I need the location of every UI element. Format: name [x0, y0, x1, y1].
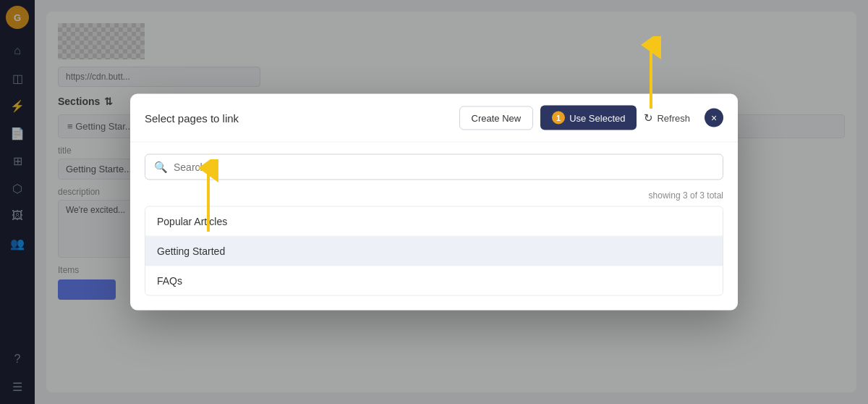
modal-dialog: Select pages to link Create New 1 Use Se… [130, 94, 738, 311]
page-list: Popular Articles Getting Started FAQs [145, 206, 723, 296]
page-item-popular-articles[interactable]: Popular Articles [145, 207, 723, 237]
modal-actions: Create New 1 Use Selected ↻ Refresh × [459, 106, 724, 130]
refresh-icon: ↻ [644, 111, 653, 125]
use-selected-label: Use Selected [569, 112, 625, 123]
results-info: showing 3 of 3 total [145, 190, 723, 201]
page-item-getting-started[interactable]: Getting Started [145, 237, 723, 266]
close-icon: × [711, 112, 717, 124]
modal-header: Select pages to link Create New 1 Use Se… [130, 94, 738, 143]
create-new-button[interactable]: Create New [459, 106, 534, 130]
selected-count-badge: 1 [552, 111, 565, 125]
page-item-faqs[interactable]: FAQs [145, 266, 723, 295]
search-icon: 🔍 [154, 161, 168, 174]
modal-title: Select pages to link [145, 111, 239, 124]
search-box: 🔍 [145, 154, 723, 180]
refresh-button[interactable]: ↻ Refresh [644, 111, 690, 125]
refresh-label: Refresh [657, 112, 690, 123]
use-selected-button[interactable]: 1 Use Selected [540, 106, 637, 130]
search-input[interactable] [174, 161, 714, 173]
close-button[interactable]: × [705, 109, 723, 127]
modal-body: 🔍 showing 3 of 3 total Popular Articles … [130, 143, 738, 311]
